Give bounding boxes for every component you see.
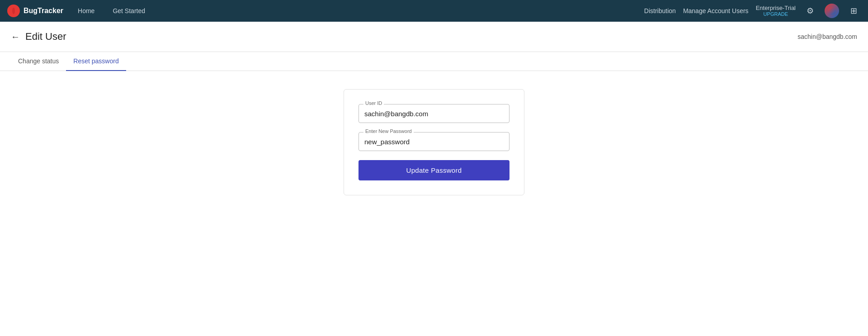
settings-icon-button[interactable]: ⚙: [803, 4, 817, 18]
tab-reset-password[interactable]: Reset password: [66, 52, 126, 71]
page-header: ← Edit User sachin@bangdb.com: [0, 22, 868, 52]
enterprise-label: Enterprise-Trial: [756, 5, 796, 12]
gear-icon: ⚙: [807, 6, 814, 16]
svg-point-1: [12, 8, 15, 14]
main-container: ← Edit User sachin@bangdb.com Change sta…: [0, 22, 868, 336]
user-id-field-group: User ID: [359, 104, 509, 123]
tab-change-status[interactable]: Change status: [11, 52, 66, 71]
brand[interactable]: BugTracker: [7, 5, 63, 17]
enterprise-block: Enterprise-Trial UPGRADE: [756, 5, 796, 18]
new-password-input[interactable]: [364, 136, 504, 146]
user-email-display: sachin@bangdb.com: [797, 33, 857, 40]
user-id-label: User ID: [363, 100, 384, 106]
navbar: BugTracker Home Get Started Distribution…: [0, 0, 868, 22]
nav-manage-account-users[interactable]: Manage Account Users: [683, 7, 749, 14]
user-id-input[interactable]: [364, 108, 504, 118]
upgrade-link[interactable]: UPGRADE: [764, 11, 788, 17]
nav-home[interactable]: Home: [74, 5, 98, 16]
user-avatar[interactable]: [825, 4, 839, 18]
apps-icon: ⊞: [850, 6, 857, 16]
form-section: User ID Enter New Password Update Passwo…: [0, 71, 868, 213]
apps-icon-button[interactable]: ⊞: [846, 4, 861, 18]
page-header-left: ← Edit User: [11, 31, 66, 43]
form-card: User ID Enter New Password Update Passwo…: [344, 89, 524, 195]
page-title: Edit User: [25, 31, 66, 43]
update-password-button[interactable]: Update Password: [359, 160, 509, 180]
nav-get-started[interactable]: Get Started: [109, 5, 149, 16]
tabs-bar: Change status Reset password: [0, 52, 868, 71]
new-password-field-group: Enter New Password: [359, 132, 509, 151]
new-password-label: Enter New Password: [363, 128, 414, 134]
nav-distribution[interactable]: Distribution: [644, 7, 676, 14]
brand-logo-icon: [7, 5, 20, 17]
brand-name: BugTracker: [24, 7, 63, 15]
svg-point-2: [828, 7, 836, 15]
navbar-right: Distribution Manage Account Users Enterp…: [644, 4, 861, 18]
back-button[interactable]: ←: [11, 32, 20, 42]
